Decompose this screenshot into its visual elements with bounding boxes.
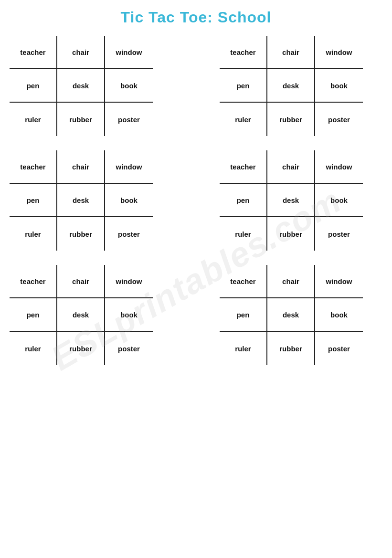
cell-3-0-1: chair [57,150,105,184]
cell-4-2-2: poster [315,217,363,251]
cell-6-0-2: window [315,265,363,298]
grids-wrapper: teacher chair window pen desk book ruler… [0,31,392,375]
cell-6-0-1: chair [267,265,315,298]
cell-5-0-0: teacher [10,265,57,298]
cell-4-2-1: rubber [267,217,315,251]
cell-4-0-1: chair [267,150,315,184]
cell-1-2-1: rubber [57,103,105,136]
cell-2-0-0: teacher [220,36,267,69]
cell-2-0-2: window [315,36,363,69]
ttt-grid-2: teacher chair window pen desk book ruler… [220,36,363,136]
cell-1-1-1: desk [57,69,105,103]
cell-5-1-2: book [105,298,153,332]
cell-2-0-1: chair [267,36,315,69]
cell-4-0-2: window [315,150,363,184]
cell-1-0-2: window [105,36,153,69]
cell-6-0-0: teacher [220,265,267,298]
cell-3-2-1: rubber [57,217,105,251]
cell-6-1-2: book [315,298,363,332]
cell-3-1-2: book [105,184,153,217]
cell-3-1-0: pen [10,184,57,217]
cell-1-1-0: pen [10,69,57,103]
cell-2-2-1: rubber [267,103,315,136]
cell-2-2-2: poster [315,103,363,136]
cell-4-2-0: ruler [220,217,267,251]
cell-5-2-2: poster [105,332,153,365]
cell-3-2-0: ruler [10,217,57,251]
cell-1-2-0: ruler [10,103,57,136]
cell-5-1-0: pen [10,298,57,332]
grids-row-3: teacher chair window pen desk book ruler… [10,265,382,365]
cell-5-1-1: desk [57,298,105,332]
cell-1-2-2: poster [105,103,153,136]
cell-6-2-1: rubber [267,332,315,365]
cell-1-0-0: teacher [10,36,57,69]
cell-5-2-0: ruler [10,332,57,365]
cell-5-0-1: chair [57,265,105,298]
cell-2-2-0: ruler [220,103,267,136]
cell-2-1-2: book [315,69,363,103]
cell-6-1-1: desk [267,298,315,332]
ttt-grid-3: teacher chair window pen desk book ruler… [10,150,153,251]
cell-4-1-0: pen [220,184,267,217]
cell-3-0-2: window [105,150,153,184]
grids-row-2: teacher chair window pen desk book ruler… [10,150,382,251]
cell-4-1-1: desk [267,184,315,217]
cell-3-0-0: teacher [10,150,57,184]
cell-2-1-1: desk [267,69,315,103]
ttt-grid-5: teacher chair window pen desk book ruler… [10,265,153,365]
page-title: Tic Tac Toe: School [0,0,392,31]
cell-6-2-0: ruler [220,332,267,365]
cell-2-1-0: pen [220,69,267,103]
cell-5-2-1: rubber [57,332,105,365]
cell-1-0-1: chair [57,36,105,69]
cell-5-0-2: window [105,265,153,298]
cell-1-1-2: book [105,69,153,103]
cell-4-1-2: book [315,184,363,217]
cell-3-1-1: desk [57,184,105,217]
cell-6-1-0: pen [220,298,267,332]
ttt-grid-4: teacher chair window pen desk book ruler… [220,150,363,251]
cell-3-2-2: poster [105,217,153,251]
cell-6-2-2: poster [315,332,363,365]
ttt-grid-6: teacher chair window pen desk book ruler… [220,265,363,365]
ttt-grid-1: teacher chair window pen desk book ruler… [10,36,153,136]
cell-4-0-0: teacher [220,150,267,184]
grids-row-1: teacher chair window pen desk book ruler… [10,36,382,136]
